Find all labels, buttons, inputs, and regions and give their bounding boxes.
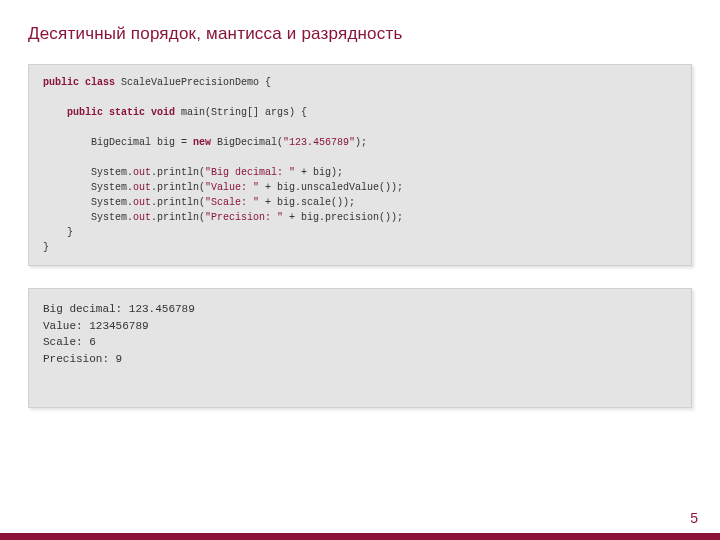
output-block: Big decimal: 123.456789 Value: 123456789…	[28, 288, 692, 408]
output-line: Precision: 9	[43, 353, 122, 365]
slide-title: Десятичный порядок, мантисса и разряднос…	[28, 24, 692, 44]
code-field: out	[133, 182, 151, 193]
code-text: System.	[43, 182, 133, 193]
code-text: main(String[] args) {	[175, 107, 307, 118]
code-text: + big.precision());	[283, 212, 403, 223]
page-number: 5	[690, 510, 698, 526]
code-text: ScaleValuePrecisionDemo {	[115, 77, 271, 88]
code-text: + big.scale());	[259, 197, 355, 208]
slide-container: Десятичный порядок, мантисса и разряднос…	[0, 0, 720, 540]
code-string: "Scale: "	[205, 197, 259, 208]
code-text: }	[43, 227, 73, 238]
code-string: "123.456789"	[283, 137, 355, 148]
code-string: "Value: "	[205, 182, 259, 193]
code-string: "Big decimal: "	[205, 167, 295, 178]
code-text: }	[43, 242, 49, 253]
code-field: out	[133, 167, 151, 178]
code-text: + big);	[295, 167, 343, 178]
code-text: .println(	[151, 167, 205, 178]
code-text: );	[355, 137, 367, 148]
code-text: BigDecimal(	[211, 137, 283, 148]
code-field: out	[133, 197, 151, 208]
code-text: BigDecimal big =	[43, 137, 193, 148]
code-string: "Precision: "	[205, 212, 283, 223]
code-text: .println(	[151, 212, 205, 223]
output-line: Big decimal: 123.456789	[43, 303, 195, 315]
output-line: Scale: 6	[43, 336, 96, 348]
code-field: out	[133, 212, 151, 223]
code-text: System.	[43, 167, 133, 178]
code-kw: public class	[43, 77, 115, 88]
code-text: System.	[43, 197, 133, 208]
code-block: public class ScaleValuePrecisionDemo { p…	[28, 64, 692, 266]
code-kw: public static void	[67, 107, 175, 118]
code-text: .println(	[151, 197, 205, 208]
output-line: Value: 123456789	[43, 320, 149, 332]
bottom-accent-bar	[0, 533, 720, 540]
code-kw: new	[193, 137, 211, 148]
code-text: System.	[43, 212, 133, 223]
code-text: + big.unscaledValue());	[259, 182, 403, 193]
code-text: .println(	[151, 182, 205, 193]
